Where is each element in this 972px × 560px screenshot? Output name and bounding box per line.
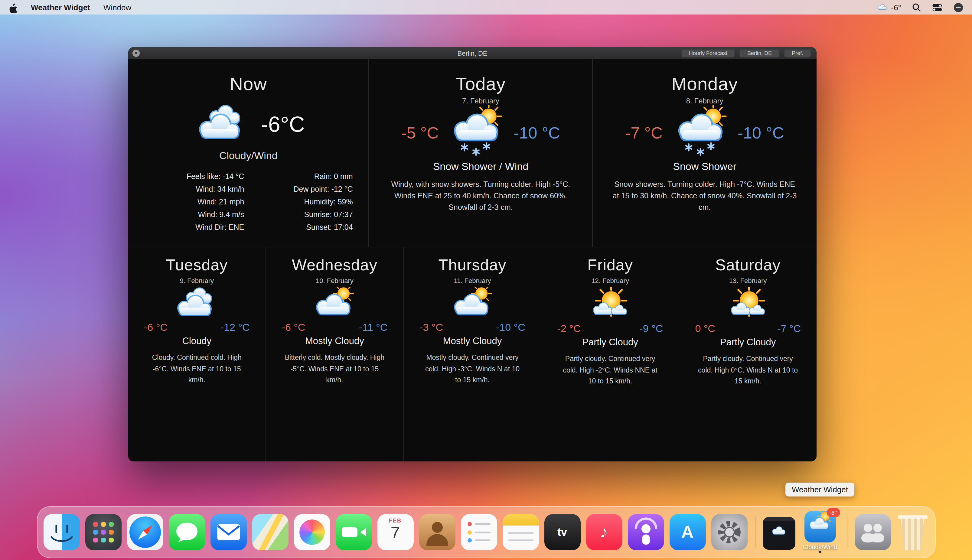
menu-bar: Weather Widget Window -6° bbox=[0, 0, 972, 15]
snow-shower-icon bbox=[669, 105, 732, 161]
day-low-temp: -9 °C bbox=[640, 323, 663, 335]
spotlight-search-icon[interactable] bbox=[912, 3, 921, 12]
day-low-temp: -12 °C bbox=[220, 322, 250, 334]
dock-contacts[interactable] bbox=[419, 514, 455, 550]
calendar-day: 7 bbox=[377, 523, 413, 542]
dock-maps[interactable] bbox=[252, 514, 288, 550]
menu-item-window[interactable]: Window bbox=[103, 3, 132, 12]
forecast-card-saturday: Saturday 13. February 0 °C -7 °C Partly … bbox=[679, 247, 817, 462]
music-note-icon: ♪ bbox=[586, 514, 622, 550]
dock-photos[interactable] bbox=[293, 514, 330, 550]
dock-separator bbox=[755, 516, 755, 548]
forecast-card-wednesday: Wednesday 10. February -6 °C -11 °C Most… bbox=[266, 247, 404, 462]
maps-icon bbox=[257, 514, 283, 550]
day-title: Saturday bbox=[679, 256, 817, 275]
running-indicator-dot bbox=[819, 551, 821, 553]
finder-icon bbox=[43, 514, 80, 550]
preferences-button[interactable]: Pref. bbox=[784, 49, 811, 57]
window-titlebar[interactable]: × Berlin, DE Hourly Forecast Berlin, DE … bbox=[128, 47, 817, 59]
day-condition: Snow Shower / Wind bbox=[369, 161, 592, 173]
detail-humidity: Humidity: 59% bbox=[253, 196, 353, 208]
messages-bubble-icon bbox=[174, 520, 199, 545]
dock-safari[interactable] bbox=[127, 514, 163, 550]
day-description: Snow showers. Turning colder. High -7°C.… bbox=[610, 179, 799, 213]
dock-mail[interactable] bbox=[210, 514, 247, 550]
podcasts-icon bbox=[627, 514, 664, 550]
dock-calendar[interactable]: FEB 7 bbox=[377, 514, 413, 550]
forecast-card-today: Today 7. February -5 °C -10 °C bbox=[369, 59, 593, 247]
window-close-button[interactable]: × bbox=[132, 50, 140, 57]
detail-wind-mph: Wind: 21 mph bbox=[144, 196, 244, 208]
mail-envelope-icon bbox=[210, 514, 247, 550]
people-icon bbox=[854, 514, 890, 550]
dock-apple-tv[interactable]: tv bbox=[544, 514, 580, 550]
location-button[interactable]: Berlin, DE bbox=[739, 49, 780, 57]
dock-separator bbox=[847, 516, 847, 548]
dock-messages[interactable] bbox=[168, 514, 205, 550]
day-description: Cloudy. Continued cold. High -6°C. Winds… bbox=[146, 352, 248, 385]
day-date: 12. February bbox=[542, 277, 679, 284]
day-low-temp: -10 °C bbox=[496, 322, 525, 334]
forecast-card-tuesday: Tuesday 9. February -6 °C -12 °C Cloudy … bbox=[128, 247, 266, 462]
dock-tooltip: Weather Widget bbox=[785, 483, 855, 497]
dock-weather-widget[interactable]: Weather Widget -6° Cloudy/Wind bbox=[800, 511, 839, 553]
dock-reminders[interactable] bbox=[460, 514, 497, 550]
day-description: Windy, with snow showers. Turning colder… bbox=[386, 179, 575, 213]
dock-finder[interactable] bbox=[43, 514, 80, 550]
day-title: Friday bbox=[542, 256, 679, 275]
day-high-temp: 0 °C bbox=[695, 323, 715, 335]
cloud-icon bbox=[877, 3, 889, 11]
apple-menu-icon[interactable] bbox=[8, 2, 18, 12]
menu-weather-status[interactable]: -6° bbox=[877, 3, 901, 12]
day-condition: Partly Cloudy bbox=[679, 337, 817, 348]
calendar-month: FEB bbox=[377, 518, 413, 524]
partly-cloudy-icon bbox=[585, 287, 636, 323]
day-high-temp: -3 °C bbox=[420, 322, 443, 334]
hourly-forecast-button[interactable]: Hourly Forecast bbox=[681, 49, 735, 57]
day-high-temp: -6 °C bbox=[144, 322, 168, 334]
dock-system-preferences[interactable] bbox=[711, 514, 747, 550]
day-description: Bitterly cold. Mostly cloudy. High -5°C.… bbox=[284, 352, 385, 385]
gear-icon bbox=[711, 514, 747, 550]
day-date: 8. February bbox=[593, 97, 817, 105]
day-low-temp: -11 °C bbox=[359, 322, 387, 334]
mostly-cloudy-icon bbox=[309, 287, 360, 322]
detail-rain: Rain: 0 mm bbox=[253, 170, 353, 183]
dock-minimized-window[interactable] bbox=[762, 517, 795, 549]
weather-widget-icon[interactable]: -6° bbox=[804, 511, 835, 542]
day-date: 11. February bbox=[404, 277, 541, 284]
control-center-icon[interactable] bbox=[932, 3, 942, 12]
current-condition: Cloudy/Wind bbox=[128, 150, 368, 162]
app-store-logo: A bbox=[669, 514, 705, 550]
reminders-list-icon bbox=[467, 522, 490, 542]
dock-trash[interactable] bbox=[896, 515, 929, 550]
menu-extra-icon[interactable] bbox=[953, 2, 964, 12]
dock-notes[interactable] bbox=[502, 514, 539, 550]
dock-facetime[interactable] bbox=[335, 514, 372, 550]
day-low-temp: -10 °C bbox=[738, 124, 784, 142]
day-condition: Partly Cloudy bbox=[542, 337, 679, 348]
photos-pinwheel-icon bbox=[299, 520, 325, 545]
day-high-temp: -6 °C bbox=[282, 322, 305, 334]
day-high-temp: -2 °C bbox=[557, 323, 581, 335]
day-high-temp: -5 °C bbox=[401, 124, 439, 142]
dock: FEB 7 tv ♪ bbox=[37, 506, 935, 558]
day-title: Thursday bbox=[404, 256, 541, 275]
forecast-card-monday: Monday 8. February -7 °C -10 °C bbox=[593, 59, 817, 247]
dock-utilities[interactable] bbox=[854, 514, 890, 550]
day-low-temp: -7 °C bbox=[777, 323, 801, 335]
dock-launchpad[interactable] bbox=[85, 514, 121, 550]
launchpad-icon bbox=[93, 522, 113, 542]
forecast-card-thursday: Thursday 11. February -3 °C -10 °C Mostl… bbox=[404, 247, 542, 462]
day-date: 10. February bbox=[266, 277, 403, 284]
day-date: 9. February bbox=[128, 277, 265, 284]
dock-music[interactable]: ♪ bbox=[586, 514, 622, 550]
menu-app-name[interactable]: Weather Widget bbox=[31, 3, 90, 12]
day-description: Partly cloudy. Continued very cold. High… bbox=[560, 353, 661, 387]
dock-app-store[interactable]: A bbox=[669, 514, 705, 550]
now-title: Now bbox=[128, 74, 368, 94]
contacts-silhouette-icon bbox=[432, 522, 442, 533]
day-description: Mostly cloudy. Continued very cold. High… bbox=[422, 352, 523, 385]
dock-podcasts[interactable] bbox=[627, 514, 664, 550]
weather-dock-label: Cloudy/Wind bbox=[803, 544, 837, 550]
